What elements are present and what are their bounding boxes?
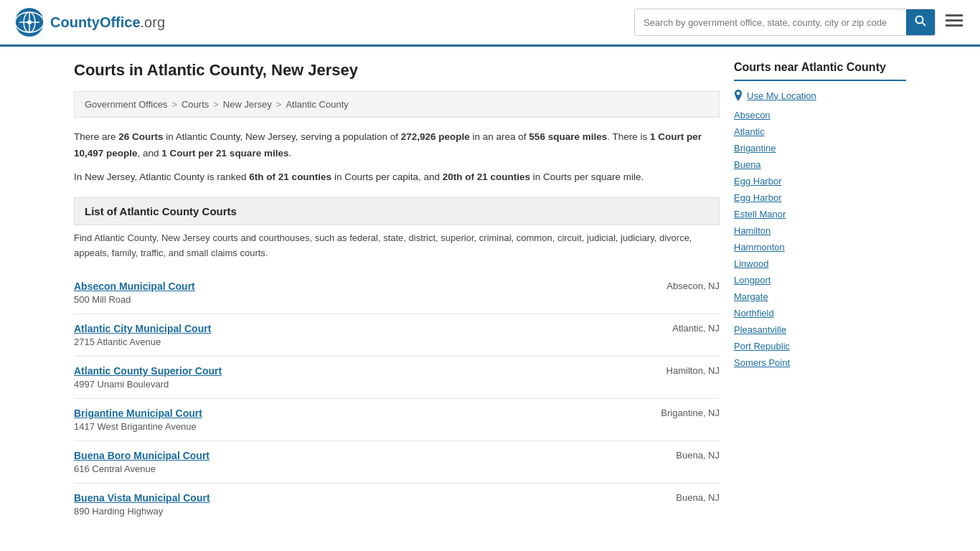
court-left: Buena Boro Municipal Court 616 Central A… — [74, 450, 209, 474]
breadcrumb: Government Offices > Courts > New Jersey… — [74, 91, 720, 118]
list-section-header: List of Atlantic County Courts — [74, 197, 720, 225]
main-content: Courts in Atlantic County, New Jersey Go… — [60, 47, 920, 540]
court-item: Buena Vista Municipal Court 890 Harding … — [74, 484, 720, 525]
sidebar-link-item[interactable]: Buena — [734, 159, 906, 170]
page-title: Courts in Atlantic County, New Jersey — [74, 61, 720, 80]
per-sqmile: 1 Court per 21 square miles — [161, 148, 288, 159]
breadcrumb-atlantic-county[interactable]: Atlantic County — [286, 99, 348, 110]
svg-rect-10 — [946, 24, 963, 27]
court-city: Absecon, NJ — [666, 281, 720, 291]
court-address: 616 Central Avenue — [74, 463, 156, 474]
search-input[interactable] — [635, 11, 906, 34]
court-city: Buena, NJ — [676, 450, 720, 461]
svg-line-7 — [923, 23, 926, 27]
rank1: 6th of 21 counties — [249, 171, 331, 182]
court-name[interactable]: Absecon Municipal Court — [74, 281, 195, 292]
sidebar-link-item[interactable]: Pleasantville — [734, 324, 906, 335]
sidebar-link-item[interactable]: Margate — [734, 291, 906, 302]
logo-icon — [14, 7, 44, 37]
svg-point-6 — [916, 17, 923, 24]
breadcrumb-sep-1: > — [171, 99, 177, 110]
search-icon — [915, 15, 926, 27]
court-left: Absecon Municipal Court 500 Mill Road — [74, 281, 195, 305]
court-name[interactable]: Brigantine Municipal Court — [74, 408, 202, 419]
court-city: Brigantine, NJ — [661, 408, 720, 418]
court-name[interactable]: Buena Vista Municipal Court — [74, 492, 210, 504]
breadcrumb-courts[interactable]: Courts — [182, 99, 209, 110]
list-section-desc: Find Atlantic County, New Jersey courts … — [74, 231, 720, 261]
breadcrumb-new-jersey[interactable]: New Jersey — [223, 99, 272, 110]
court-address: 4997 Unami Boulevard — [74, 379, 169, 390]
courts-list: Absecon Municipal Court 500 Mill Road Ab… — [74, 272, 720, 525]
court-item: Atlantic County Superior Court 4997 Unam… — [74, 357, 720, 399]
court-item: Atlantic City Municipal Court 2715 Atlan… — [74, 314, 720, 357]
court-name[interactable]: Buena Boro Municipal Court — [74, 450, 209, 461]
court-item: Buena Boro Municipal Court 616 Central A… — [74, 441, 720, 484]
court-item: Brigantine Municipal Court 1417 West Bri… — [74, 399, 720, 441]
court-left: Atlantic City Municipal Court 2715 Atlan… — [74, 323, 211, 347]
court-address: 1417 West Brigantine Avenue — [74, 421, 197, 432]
court-address: 500 Mill Road — [74, 294, 131, 305]
court-left: Buena Vista Municipal Court 890 Harding … — [74, 492, 210, 517]
court-address: 890 Harding Highway — [74, 506, 163, 517]
sidebar-link-item[interactable]: Port Republic — [734, 341, 906, 352]
location-pin-icon — [734, 90, 743, 101]
sidebar-link-item[interactable]: Hamilton — [734, 225, 906, 236]
rank2: 20th of 21 counties — [443, 171, 530, 182]
sidebar-link-item[interactable]: Hammonton — [734, 242, 906, 253]
sidebar-link-item[interactable]: Egg Harbor — [734, 176, 906, 187]
population: 272,926 people — [401, 131, 470, 142]
court-address: 2715 Atlantic Avenue — [74, 336, 161, 347]
sidebar-link-item[interactable]: Northfield — [734, 308, 906, 319]
svg-rect-9 — [946, 19, 963, 22]
logo-area: CountyOffice.org — [14, 7, 165, 37]
sidebar-link-item[interactable]: Estell Manor — [734, 209, 906, 220]
sidebar-link-item[interactable]: Atlantic — [734, 126, 906, 137]
court-city: Buena, NJ — [676, 492, 720, 503]
use-my-location-label: Use My Location — [747, 90, 816, 101]
sidebar-link-item[interactable]: Longport — [734, 275, 906, 286]
court-item: Absecon Municipal Court 500 Mill Road Ab… — [74, 272, 720, 314]
site-header: CountyOffice.org — [0, 0, 980, 47]
sidebar-links: AbseconAtlanticBrigantineBuenaEgg Harbor… — [734, 110, 906, 368]
info-paragraph-2: In New Jersey, Atlantic County is ranked… — [74, 169, 720, 186]
search-button[interactable] — [906, 9, 935, 35]
sidebar-link-item[interactable]: Absecon — [734, 110, 906, 121]
svg-point-5 — [27, 20, 32, 24]
svg-rect-8 — [946, 14, 963, 17]
hamburger-icon — [946, 14, 963, 27]
sidebar-link-item[interactable]: Egg Harbor — [734, 192, 906, 203]
breadcrumb-sep-3: > — [276, 99, 282, 110]
sidebar-link-item[interactable]: Somers Point — [734, 357, 906, 368]
court-name[interactable]: Atlantic County Superior Court — [74, 365, 222, 377]
menu-button[interactable] — [943, 11, 966, 34]
info-paragraph-1: There are 26 Courts in Atlantic County, … — [74, 129, 720, 162]
sidebar-link-item[interactable]: Linwood — [734, 258, 906, 269]
court-name[interactable]: Atlantic City Municipal Court — [74, 323, 211, 334]
search-container — [634, 9, 936, 36]
court-city: Hamilton, NJ — [666, 365, 720, 376]
right-sidebar: Courts near Atlantic County Use My Locat… — [734, 61, 906, 525]
sidebar-title: Courts near Atlantic County — [734, 61, 906, 81]
logo-text: CountyOffice.org — [50, 14, 165, 31]
breadcrumb-sep-2: > — [213, 99, 219, 110]
sidebar-link-item[interactable]: Brigantine — [734, 143, 906, 154]
court-left: Brigantine Municipal Court 1417 West Bri… — [74, 408, 202, 432]
header-controls — [634, 9, 966, 36]
left-panel: Courts in Atlantic County, New Jersey Go… — [74, 61, 720, 525]
use-my-location[interactable]: Use My Location — [734, 90, 906, 101]
courts-count: 26 Courts — [118, 131, 163, 142]
breadcrumb-gov-offices[interactable]: Government Offices — [85, 99, 167, 110]
court-left: Atlantic County Superior Court 4997 Unam… — [74, 365, 222, 390]
area: 556 square miles — [529, 131, 607, 142]
court-city: Atlantic, NJ — [672, 323, 720, 334]
